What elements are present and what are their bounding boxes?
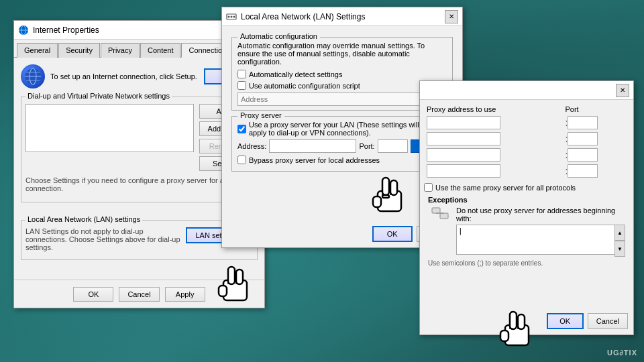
exceptions-content: Do not use proxy server for addresses be… <box>428 206 625 257</box>
proxy-table: Proxy address to use Port : : : : <box>424 104 629 179</box>
tab-security[interactable]: Security <box>58 43 100 58</box>
dialup-row: Add... Add VPN... Remove... Settings <box>25 104 253 171</box>
same-proxy-checkbox[interactable] <box>424 183 433 192</box>
proxy-check-row: Use a proxy server for your LAN (These s… <box>237 121 447 137</box>
exceptions-icons <box>428 206 452 257</box>
auto-detect-checkbox[interactable] <box>237 70 246 78</box>
apply-button[interactable]: Apply <box>165 287 205 302</box>
address-field-row <box>237 93 447 106</box>
proxy-row-socks: : <box>424 163 629 179</box>
http-port-input[interactable] <box>568 116 598 129</box>
exceptions-section: Exceptions Do not use proxy server for a… <box>428 196 625 267</box>
script-address-input[interactable] <box>237 93 447 106</box>
lan-close-button[interactable]: ✕ <box>445 10 458 23</box>
proxy-description: Choose Settings if you need to configure… <box>25 176 253 192</box>
semicolon-note: Use semicolons (;) to separate entries. <box>428 259 625 267</box>
lan-section-label: Local Area Network (LAN) settings <box>25 215 142 223</box>
http-proxy-input[interactable] <box>427 116 500 129</box>
exceptions-textarea[interactable]: | <box>456 225 625 255</box>
lan-description: LAN Settings do not apply to dial-up con… <box>25 227 182 251</box>
port-label: Port: <box>359 142 374 150</box>
lan-dialog-title: Local Area Network (LAN) Settings <box>241 12 443 21</box>
proxy-checkbox[interactable] <box>237 125 246 133</box>
proxy-address-input[interactable] <box>269 139 356 153</box>
network-icon <box>431 206 449 225</box>
same-proxy-row: Use the same proxy server for all protoc… <box>424 183 629 192</box>
dialup-label: Dial-up and Virtual Private Network sett… <box>25 92 172 100</box>
ftp-proxy-input[interactable] <box>427 148 500 162</box>
socks-proxy-input[interactable] <box>427 164 500 178</box>
ie-icon <box>18 25 29 36</box>
globe-icon <box>21 64 45 88</box>
port-header: Port <box>562 104 629 115</box>
proxy-dialog-buttons: OK Cancel <box>547 313 628 329</box>
proxy-row-http: : <box>424 115 629 131</box>
svg-rect-12 <box>432 208 440 213</box>
proxy-cancel-button[interactable]: Cancel <box>588 313 628 329</box>
scroll-down[interactable]: ▼ <box>614 241 625 257</box>
proxy-address-row: Address: Port: 80 Advanced <box>237 139 447 153</box>
auto-config-label: Automatic configuration <box>237 32 320 40</box>
bypass-label: Bypass proxy server for local addresses <box>249 156 380 164</box>
proxy-ok-button[interactable]: OK <box>547 313 584 329</box>
proxy-advanced-dialog: ✕ Proxy address to use Port : : : : <box>419 80 634 335</box>
svg-rect-13 <box>440 213 448 219</box>
auto-detect-row: Automatically detect settings <box>237 70 447 78</box>
ok-button[interactable]: OK <box>73 287 113 302</box>
bypass-checkbox[interactable] <box>237 156 246 164</box>
watermark: UG∂TIX <box>607 349 637 357</box>
auto-config-desc: Automatic configuration may override man… <box>237 42 447 66</box>
bottom-bar: OK Cancel Apply <box>14 280 264 308</box>
proxy-server-label: Proxy server <box>237 111 284 119</box>
same-proxy-label: Use the same proxy server for all protoc… <box>435 184 576 192</box>
scroll-up[interactable]: ▲ <box>614 225 625 241</box>
address-label: Address: <box>237 142 266 150</box>
proxy-address-header: Proxy address to use <box>424 104 562 115</box>
tab-privacy[interactable]: Privacy <box>101 43 140 58</box>
setup-description: To set up an Internet connection, click … <box>50 72 199 80</box>
internet-props-title: Internet Properties <box>33 25 231 35</box>
secure-proxy-input[interactable] <box>427 132 500 145</box>
exceptions-input-area: Do not use proxy server for addresses be… <box>456 206 625 257</box>
proxy-check-label: Use a proxy server for your LAN (These s… <box>249 121 447 137</box>
tab-general[interactable]: General <box>17 43 58 58</box>
exceptions-textarea-wrap: | ▲ ▼ <box>456 225 625 257</box>
svg-point-10 <box>231 15 233 17</box>
scrollbar: ▲ ▼ <box>614 225 625 257</box>
lan-row: LAN Settings do not apply to dial-up con… <box>25 227 253 255</box>
secure-port-input[interactable] <box>568 132 598 145</box>
proxy-close-button[interactable]: ✕ <box>616 84 629 97</box>
auto-script-checkbox[interactable] <box>237 81 246 90</box>
vpn-list[interactable] <box>25 104 194 152</box>
exceptions-label: Exceptions <box>428 196 625 204</box>
svg-point-11 <box>233 15 235 17</box>
cancel-button[interactable]: Cancel <box>119 287 159 302</box>
proxy-titlebar: ✕ <box>420 81 633 100</box>
auto-detect-label: Automatically detect settings <box>249 70 342 78</box>
lan-ok-button[interactable]: OK <box>372 226 413 242</box>
ftp-port-input[interactable] <box>568 148 598 162</box>
bypass-row: Bypass proxy server for local addresses <box>237 156 447 164</box>
proxy-port-input[interactable]: 80 <box>378 139 408 153</box>
proxy-row-secure: : <box>424 131 629 147</box>
lan-icon <box>226 11 237 22</box>
proxy-content: Proxy address to use Port : : : : Use <box>420 100 633 275</box>
auto-script-label: Use automatic configuration script <box>249 82 360 90</box>
lan-titlebar: Local Area Network (LAN) Settings ✕ <box>222 7 462 26</box>
exceptions-description: Do not use proxy server for addresses be… <box>456 206 625 223</box>
proxy-row-ftp: : <box>424 147 629 163</box>
auto-script-row: Use automatic configuration script <box>237 81 447 90</box>
tab-content[interactable]: Content <box>140 43 181 58</box>
svg-point-9 <box>228 15 230 17</box>
socks-port-input[interactable] <box>568 164 598 178</box>
